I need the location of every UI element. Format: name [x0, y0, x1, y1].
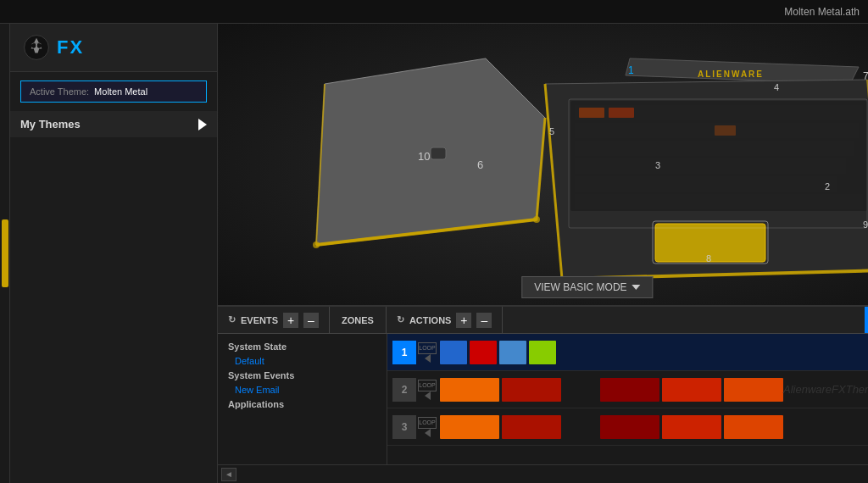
my-themes-row[interactable]: My Themes	[10, 111, 217, 137]
color-block-1-2[interactable]	[470, 341, 497, 364]
actions-add-button[interactable]: +	[456, 313, 471, 328]
bottom-nav-arrows: ◄ ►	[218, 464, 868, 483]
color-block-3-4[interactable]	[600, 415, 659, 439]
color-block-2-6[interactable]	[724, 378, 783, 402]
svg-rect-20	[715, 125, 736, 136]
color-block-1-1[interactable]	[440, 341, 467, 364]
actions-tab-label: ACTIONS	[409, 315, 452, 325]
events-add-button[interactable]: +	[283, 313, 298, 328]
svg-text:ALIENWARE: ALIENWARE	[698, 69, 764, 79]
refresh-icon: ↻	[228, 314, 236, 325]
color-block-3-3[interactable]	[564, 415, 598, 439]
fx-logo-text: FX	[57, 36, 84, 58]
events-remove-button[interactable]: –	[303, 313, 319, 328]
main-layout: FX Active Theme: Molten Metal My Themes	[0, 24, 868, 483]
events-panel: System State Default System Events New E…	[218, 334, 387, 464]
laptop-visualization: 10 6	[282, 33, 868, 296]
actions-remove-button[interactable]: –	[476, 313, 492, 328]
applications-title: Applications	[218, 397, 387, 412]
color-block-3-1[interactable]	[440, 415, 499, 439]
bottom-tabs: ↻ EVENTS + – ZONES ↻ ACTIONS + – THEME T…	[218, 307, 868, 334]
laptop-svg-wrapper: 10 6	[218, 24, 868, 305]
left-yellow-bar	[2, 219, 8, 287]
left-sidebar: FX Active Theme: Molten Metal My Themes	[10, 24, 218, 483]
color-blocks-1	[440, 341, 868, 364]
action-row-1: 1 LOOP	[387, 334, 868, 371]
my-themes-arrow-icon	[198, 119, 207, 130]
svg-text:3: 3	[655, 160, 660, 170]
center-area: 10 6	[218, 24, 868, 483]
loop-indicator-2: LOOP	[418, 380, 437, 400]
tab-zones: ZONES	[330, 307, 387, 333]
events-tab-label: EVENTS	[241, 315, 278, 325]
svg-rect-19	[609, 108, 634, 118]
zones-tab-label: ZONES	[342, 315, 374, 325]
svg-rect-15	[575, 158, 846, 174]
svg-point-6	[313, 242, 320, 248]
action-row-3-button[interactable]: 3	[392, 415, 416, 439]
bottom-panel: ↻ EVENTS + – ZONES ↻ ACTIONS + – THEME T…	[218, 305, 868, 483]
loop-indicator-3: LOOP	[418, 417, 437, 437]
loop-box-2: LOOP	[418, 380, 437, 391]
event-default[interactable]: Default	[218, 354, 387, 368]
action-row-1-button[interactable]: 1	[392, 341, 416, 364]
top-bar: Molten Metal.ath	[0, 0, 868, 24]
view-basic-mode-button[interactable]: VIEW BASIC MODE	[521, 276, 653, 298]
svg-rect-5	[431, 147, 446, 159]
svg-rect-17	[575, 194, 863, 209]
loop-arrow-2	[425, 391, 431, 400]
color-block-2-1[interactable]	[440, 378, 499, 402]
active-theme-label: Active Theme:	[30, 86, 89, 97]
loop-indicator-1: LOOP	[418, 342, 437, 363]
active-theme-box: Active Theme: Molten Metal	[20, 80, 207, 103]
svg-rect-18	[579, 108, 604, 118]
event-new-email[interactable]: New Email	[218, 383, 387, 397]
actions-panel: 1 LOOP 2	[387, 334, 868, 464]
svg-text:6: 6	[477, 158, 483, 171]
tab-events: ↻ EVENTS + –	[218, 307, 330, 333]
alien-logo-icon	[23, 34, 50, 61]
color-block-2-4[interactable]	[600, 378, 659, 402]
tab-tempo[interactable]: THEME TEMPO	[865, 307, 868, 333]
laptop-view: 10 6	[218, 24, 868, 305]
svg-text:8: 8	[706, 253, 711, 264]
color-block-1-3[interactable]	[499, 341, 526, 364]
svg-rect-16	[575, 176, 837, 192]
svg-text:10: 10	[418, 150, 430, 163]
my-themes-label: My Themes	[20, 118, 81, 130]
system-state-title: System State	[218, 339, 387, 354]
svg-rect-14	[575, 141, 854, 156]
color-block-3-6[interactable]	[724, 415, 783, 439]
loop-arrow-3	[425, 429, 431, 437]
actions-refresh-icon: ↻	[397, 314, 404, 325]
color-blocks-2	[440, 378, 783, 402]
loop-arrow-1	[425, 354, 431, 363]
svg-text:1: 1	[628, 64, 634, 76]
svg-point-7	[533, 216, 540, 223]
loop-box-1: LOOP	[418, 342, 437, 354]
view-basic-mode-label: VIEW BASIC MODE	[534, 281, 626, 293]
svg-text:2: 2	[825, 181, 830, 192]
svg-text:5: 5	[549, 126, 554, 136]
loop-box-3: LOOP	[418, 417, 437, 429]
action-row-2-button[interactable]: 2	[392, 378, 416, 402]
top-bar-title: Molten Metal.ath	[784, 6, 860, 18]
action-row-3: 3 LOOP	[387, 408, 868, 446]
color-block-3-2[interactable]	[502, 415, 561, 439]
bottom-content: System State Default System Events New E…	[218, 334, 868, 464]
action-row-2: 2 LOOP AlienwareF	[387, 371, 868, 408]
color-block-3-5[interactable]	[662, 415, 721, 439]
view-basic-mode-arrow-icon	[632, 285, 641, 290]
active-theme-value: Molten Metal	[94, 86, 147, 97]
color-block-2-2[interactable]	[502, 378, 561, 402]
svg-text:4: 4	[774, 82, 779, 92]
color-block-2-3[interactable]	[564, 378, 598, 402]
nav-left-button[interactable]: ◄	[221, 468, 236, 481]
color-block-2-5[interactable]	[662, 378, 721, 402]
system-events-title: System Events	[218, 368, 387, 383]
tab-actions: ↻ ACTIONS + –	[387, 307, 504, 333]
color-blocks-3	[440, 415, 868, 439]
watermark-text: AlienwareFXThemes.com	[783, 383, 868, 396]
color-block-1-4[interactable]	[529, 341, 556, 364]
left-accent	[0, 24, 10, 483]
